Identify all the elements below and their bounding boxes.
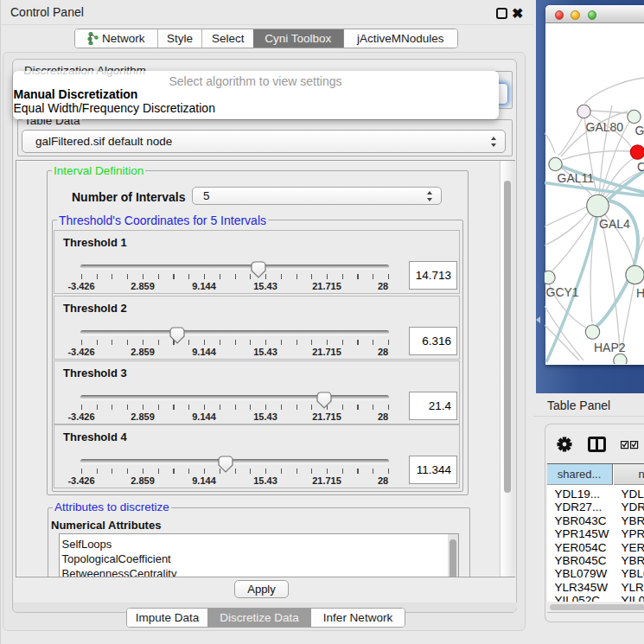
- svg-text:GAL80: GAL80: [585, 120, 623, 134]
- svg-text:GCY1: GCY1: [545, 285, 578, 299]
- svg-text:HAP2: HAP2: [594, 341, 626, 354]
- svg-text:GAL11: GAL11: [557, 171, 594, 185]
- svg-text:GAL2: GAL2: [634, 124, 644, 137]
- svg-text:GAL4: GAL4: [599, 217, 630, 231]
- svg-text:HIS4: HIS4: [636, 286, 644, 300]
- svg-text:CDC25: CDC25: [637, 160, 644, 174]
